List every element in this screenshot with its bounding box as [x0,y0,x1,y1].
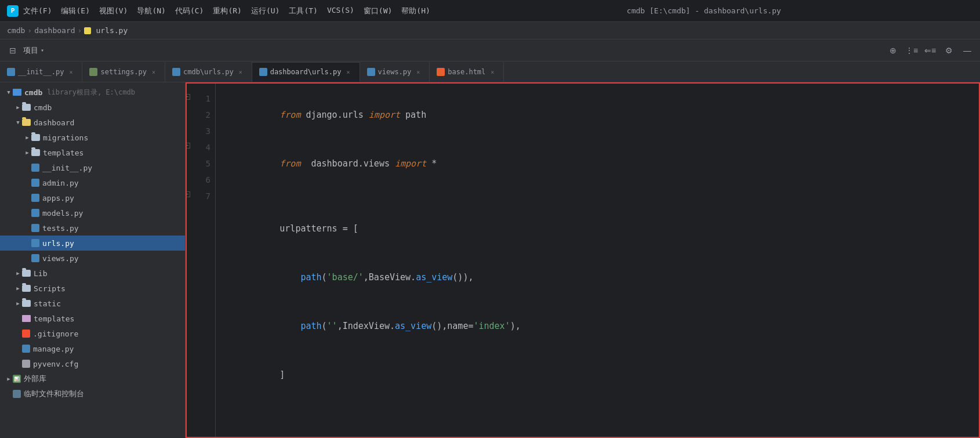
toolbar-list-btn[interactable]: ⋮≡ [903,43,920,58]
tab-icon-views [367,68,375,76]
tree-external-lib[interactable]: 📊 外部库 [0,371,185,386]
code-area[interactable]: from django.urls import path from dashbo… [216,84,979,437]
menu-help[interactable]: 帮助(H) [401,6,430,16]
tree-pyvenv-cfg[interactable]: pyvenv.cfg [0,356,185,371]
toolbar-globe-btn[interactable]: ⊕ [885,43,901,58]
breadcrumb-sep-2: › [78,26,82,35]
title-bar: P 文件(F) 编辑(E) 视图(V) 导航(N) 代码(C) 重构(R) 运行… [0,0,980,22]
tab-cmdb-urls[interactable]: cmdb\urls.py × [165,62,252,82]
menu-run[interactable]: 运行(U) [251,6,280,16]
code-line-6: path('',IndexView.as_view(),name='index'… [227,302,967,350]
tree-admin-py[interactable]: admin.py [0,175,185,190]
root-label: cmdb [24,88,42,97]
tree-scripts-folder[interactable]: Scripts [0,281,185,296]
breadcrumb-filename[interactable]: urls.py [96,26,128,35]
code-line-4: urlpatterns = [ [227,204,967,253]
tab-label-cmdb-urls: cmdb\urls.py [183,68,234,76]
tree-manage-py[interactable]: manage.py [0,341,185,356]
folder-icon-dashboard [22,119,31,126]
tab-icon-dashboard-urls [259,68,267,76]
tree-lib-folder[interactable]: Lib [0,266,185,281]
toolbar-gear-btn[interactable]: ⚙ [941,43,957,58]
line-num-7: − 7 [191,188,210,204]
fold-4[interactable]: − [187,143,190,149]
file-type-icon [84,27,91,34]
folder-icon-templates-dashboard [31,149,40,156]
toolbar-collapse-btn[interactable]: ⇐≡ [922,43,938,58]
tree-cmdb-folder[interactable]: cmdb [0,100,185,115]
toolbar-layout-btn[interactable]: ⊟ [5,43,21,58]
keyword-import-2: import [395,158,426,169]
tab-icon-cmdb-urls [172,68,180,76]
menu-file[interactable]: 文件(F) [23,6,52,16]
fold-7[interactable]: − [187,191,190,197]
tree-apps-py[interactable]: apps.py [0,190,185,205]
file-label-apps: apps.py [42,194,74,202]
file-icon-apps [31,194,39,202]
tab-label-init: __init__.py [18,68,64,76]
file-label-tests: tests.py [42,224,79,233]
file-icon-tests [31,224,39,232]
tab-label-base-html: base.html [448,68,485,76]
line-num-3: 3 [191,123,210,139]
menu-vcs[interactable]: VCS(S) [327,6,354,16]
tree-tests-py[interactable]: tests.py [0,220,185,236]
tab-base-html[interactable]: base.html × [430,62,504,82]
tab-close-dashboard-urls[interactable]: × [344,68,353,76]
menu-code[interactable]: 代码(C) [175,6,204,16]
tab-init[interactable]: __init__.py × [0,62,82,82]
menu-window[interactable]: 窗口(W) [364,6,392,16]
tab-dashboard-urls[interactable]: dashboard\urls.py × [252,62,360,82]
file-icon-init [31,164,39,172]
breadcrumb: cmdb › dashboard › urls.py [0,22,980,39]
folder-label-static: static [34,299,61,308]
toolbar-project-label: 项目 ▾ [23,45,44,56]
tree-models-py[interactable]: models.py [0,205,185,220]
tab-close-base-html[interactable]: × [488,68,496,76]
string-empty: '' [327,321,337,331]
window-title: cmdb [E:\cmdb] - dashboard\urls.py [435,6,973,15]
tree-templates-root-folder[interactable]: templates [0,311,185,326]
fold-1[interactable]: − [187,94,190,100]
tab-bar: __init__.py × settings.py × cmdb\urls.py… [0,61,980,82]
tree-gitignore[interactable]: .gitignore [0,326,185,341]
menu-edit[interactable]: 编辑(E) [61,6,89,16]
code-line-3 [227,188,967,204]
tree-views-py[interactable]: views.py [0,251,185,266]
arrow-dashboard [14,118,22,126]
tab-close-cmdb-urls[interactable]: × [237,68,245,76]
tab-label-settings: settings.py [100,68,146,76]
string-base: 'base/' [327,272,364,283]
tree-dashboard-folder[interactable]: dashboard [0,115,185,130]
folder-icon-templates-root [22,315,31,322]
folder-label-temp-files: 临时文件和控制台 [24,389,84,399]
arrow-scripts [14,284,22,292]
tree-migrations-folder[interactable]: migrations [0,130,185,145]
tab-close-views[interactable]: × [414,68,422,76]
tab-views[interactable]: views.py × [360,62,430,82]
tree-urls-py[interactable]: urls.py [0,236,185,251]
tree-temp-files[interactable]: 临时文件和控制台 [0,386,185,401]
tree-root[interactable]: cmdb library根目录, E:\cmdb [0,85,185,100]
tree-static-folder[interactable]: static [0,296,185,311]
tab-settings[interactable]: settings.py × [82,62,165,82]
line-num-2: 2 [191,107,210,123]
folder-icon-migrations [31,134,40,141]
tab-close-settings[interactable]: × [150,68,158,76]
breadcrumb-dashboard[interactable]: dashboard [34,26,75,35]
toolbar-project-section: ⊟ 项目 ▾ [5,43,44,58]
menu-refactor[interactable]: 重构(R) [213,6,241,16]
menu-tools[interactable]: 工具(T) [289,6,317,16]
tree-init-py[interactable]: __init__.py [0,160,185,175]
project-dropdown-icon[interactable]: ▾ [41,47,44,53]
folder-icon-cmdb [22,104,31,111]
file-icon-admin [31,179,39,187]
tab-close-init[interactable]: × [67,68,75,76]
arrow-cmdb [14,103,22,111]
toolbar-minus-btn[interactable]: — [959,43,975,58]
menu-view[interactable]: 视图(V) [99,6,128,16]
folder-label-scripts: Scripts [34,284,66,293]
tree-templates-dashboard-folder[interactable]: templates [0,145,185,160]
menu-navigate[interactable]: 导航(N) [137,6,165,16]
breadcrumb-cmdb[interactable]: cmdb [7,26,25,35]
